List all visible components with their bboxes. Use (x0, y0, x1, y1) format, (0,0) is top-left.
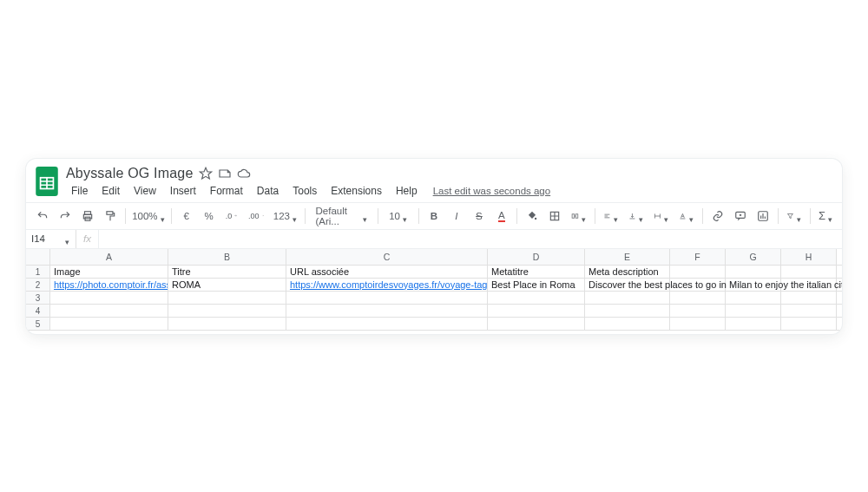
cell-F3[interactable] (670, 292, 726, 304)
cell-C3[interactable] (286, 292, 488, 304)
cell-E3[interactable] (585, 292, 670, 304)
insert-link-button[interactable] (708, 207, 727, 226)
cell-C2[interactable]: https://www.comptoirdesvoyages.fr/voyage… (286, 279, 488, 291)
col-header-A[interactable]: A (50, 249, 168, 265)
cell-F4[interactable] (670, 305, 726, 317)
cell-A3[interactable] (50, 292, 168, 304)
row-header-3[interactable]: 3 (26, 292, 50, 304)
paint-format-button[interactable] (101, 207, 120, 226)
vertical-align-button[interactable] (625, 207, 647, 226)
cell-C4[interactable] (286, 305, 488, 317)
menu-file[interactable]: File (66, 183, 93, 199)
separator (378, 208, 378, 224)
merge-cells-button[interactable] (568, 207, 589, 226)
cell-B3[interactable] (168, 292, 286, 304)
increase-decimal-button[interactable]: .00 (245, 207, 267, 226)
cell-E4[interactable] (585, 305, 670, 317)
cell-A5[interactable] (50, 318, 168, 330)
cell-C5[interactable] (286, 318, 488, 330)
menu-help[interactable]: Help (391, 183, 423, 199)
col-header-D[interactable]: D (488, 249, 585, 265)
menu-extensions[interactable]: Extensions (326, 183, 387, 199)
menu-view[interactable]: View (128, 183, 161, 199)
last-edit-link[interactable]: Last edit was seconds ago (433, 186, 551, 196)
separator (418, 208, 419, 224)
zoom-combo[interactable]: 100% (131, 207, 166, 226)
spreadsheet-grid[interactable]: A B C D E F G H 1 Image Titre URL associ… (26, 249, 842, 331)
menu-format[interactable]: Format (205, 183, 248, 199)
fill-color-button[interactable] (523, 207, 542, 226)
name-box[interactable]: I14 (26, 230, 76, 248)
italic-button[interactable]: I (447, 207, 466, 226)
font-size-combo[interactable]: 10 (384, 207, 413, 226)
percent-button[interactable]: % (200, 207, 219, 226)
cell-E2[interactable]: Discover the best places to go in Milan … (585, 279, 670, 291)
functions-button[interactable]: Σ (816, 207, 835, 226)
select-all-corner[interactable] (26, 249, 50, 265)
cell-A1[interactable]: Image (50, 266, 168, 278)
cell-A4[interactable] (50, 305, 168, 317)
cell-G4[interactable] (726, 305, 781, 317)
cell-H4[interactable] (781, 305, 837, 317)
formula-input[interactable] (99, 230, 842, 248)
text-rotation-button[interactable] (675, 207, 697, 226)
text-color-button[interactable]: A (492, 207, 511, 226)
cell-G1[interactable] (726, 266, 781, 278)
cell-A2[interactable]: https://photo.comptoir.fr/asset/mot-c (50, 279, 168, 291)
horizontal-align-button[interactable] (600, 207, 621, 226)
menu-insert[interactable]: Insert (165, 183, 201, 199)
cell-F1[interactable] (670, 266, 726, 278)
cell-D1[interactable]: Metatitre (488, 266, 585, 278)
cell-F5[interactable] (670, 318, 726, 330)
text-wrap-button[interactable] (650, 207, 672, 226)
cell-D3[interactable] (488, 292, 585, 304)
separator (171, 208, 172, 224)
row-header-1[interactable]: 1 (26, 266, 50, 278)
cell-D4[interactable] (488, 305, 585, 317)
col-header-G[interactable]: G (726, 249, 781, 265)
undo-button[interactable] (33, 207, 52, 226)
cell-B1[interactable]: Titre (168, 266, 286, 278)
row-header-4[interactable]: 4 (26, 305, 50, 317)
filter-button[interactable] (783, 207, 805, 226)
cell-E1[interactable]: Meta description (585, 266, 670, 278)
cell-E5[interactable] (585, 318, 670, 330)
col-header-F[interactable]: F (670, 249, 726, 265)
borders-button[interactable] (545, 207, 564, 226)
print-button[interactable] (78, 207, 97, 226)
star-icon[interactable] (199, 167, 213, 180)
number-format-combo[interactable]: 123 (271, 207, 299, 226)
cloud-status-icon[interactable] (237, 167, 251, 180)
decrease-decimal-button[interactable]: .0 (222, 207, 241, 226)
col-header-C[interactable]: C (286, 249, 488, 265)
cell-G3[interactable] (726, 292, 781, 304)
decimal-more-label: .00 (248, 212, 260, 220)
row-header-5[interactable]: 5 (26, 318, 50, 330)
menu-tools[interactable]: Tools (287, 183, 322, 199)
cell-B4[interactable] (168, 305, 286, 317)
cell-H5[interactable] (781, 318, 837, 330)
cell-H3[interactable] (781, 292, 837, 304)
col-header-B[interactable]: B (168, 249, 286, 265)
cell-B5[interactable] (168, 318, 286, 330)
cell-D5[interactable] (488, 318, 585, 330)
cell-G5[interactable] (726, 318, 781, 330)
cell-B2[interactable]: ROMA (168, 279, 286, 291)
currency-button[interactable]: € (177, 207, 196, 226)
cell-H1[interactable] (781, 266, 837, 278)
menu-data[interactable]: Data (252, 183, 284, 199)
cell-C1[interactable]: URL associée (286, 266, 488, 278)
col-header-E[interactable]: E (585, 249, 670, 265)
insert-chart-button[interactable] (753, 207, 773, 226)
strikethrough-button[interactable]: S (470, 207, 489, 226)
menu-edit[interactable]: Edit (96, 183, 125, 199)
insert-comment-button[interactable] (731, 207, 750, 226)
bold-button[interactable]: B (424, 207, 444, 226)
doc-title[interactable]: Abyssale OG Image (66, 166, 194, 181)
font-combo[interactable]: Default (Ari... (310, 207, 372, 226)
move-icon[interactable] (218, 167, 232, 180)
row-header-2[interactable]: 2 (26, 279, 50, 291)
col-header-H[interactable]: H (781, 249, 837, 265)
cell-D2[interactable]: Best Place in Roma (488, 279, 585, 291)
redo-button[interactable] (56, 207, 75, 226)
